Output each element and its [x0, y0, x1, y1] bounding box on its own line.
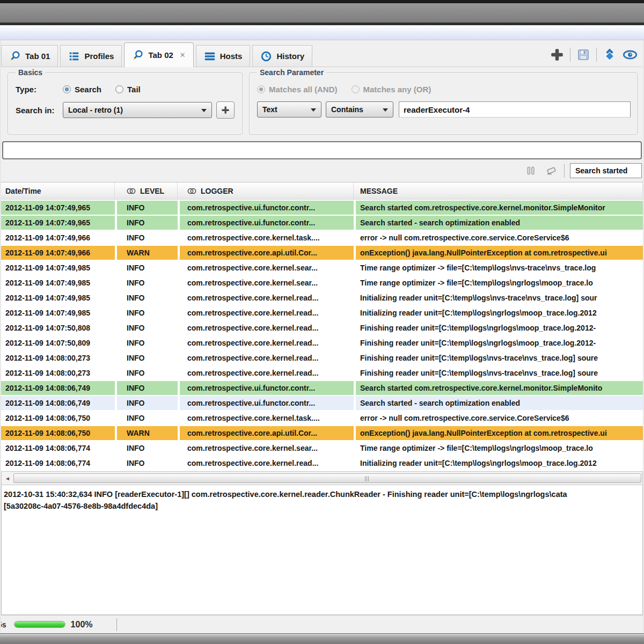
scroll-left-arrow[interactable]: ◄ [3, 473, 12, 483]
cell-logger: com.retrospective.core.kernel.sear... [180, 261, 354, 275]
cell-message: onException() java.lang.NullPointerExcep… [356, 246, 643, 260]
column-header-datetime[interactable]: Date/Time [1, 182, 115, 199]
table-row[interactable]: 2012-11-09 14:08:06,774 INFO com.retrosp… [1, 441, 643, 455]
tab-01[interactable]: Tab 01 [1, 45, 58, 67]
table-row[interactable]: 2012-11-09 14:08:06,750 INFO com.retrosp… [1, 411, 643, 425]
cell-level: INFO [117, 351, 178, 365]
cell-message: Search started com.retrospective.core.ke… [356, 201, 643, 215]
column-header-message[interactable]: MESSAGE [356, 182, 643, 199]
tab-bar: Tab 01 Profiles Tab 02 ✕ [1, 40, 643, 67]
add-tab-button[interactable] [550, 47, 565, 62]
cell-datetime: 2012-11-09 14:08:06,774 [1, 456, 115, 470]
quick-filter-input[interactable] [2, 141, 642, 159]
cell-level: INFO [117, 291, 178, 305]
table-row[interactable]: 2012-11-09 14:08:00,273 INFO com.retrosp… [1, 366, 643, 380]
radio-matches-all[interactable]: Matches all (AND) [257, 85, 338, 94]
table-row[interactable]: 2012-11-09 14:07:49,965 INFO com.retrosp… [1, 201, 643, 215]
table-row[interactable]: 2012-11-09 14:08:00,273 INFO com.retrosp… [1, 351, 643, 365]
search-status-combobox[interactable]: Search started [570, 163, 642, 178]
basics-group-title: Basics [16, 68, 45, 77]
table-row[interactable]: 2012-11-09 14:08:06,750 WARN com.retrosp… [1, 426, 643, 440]
log-detail-panel[interactable]: 2012-10-31 15:40:32,634 INFO [readerExec… [1, 485, 643, 615]
radio-matches-any-dot[interactable] [352, 85, 360, 93]
table-row[interactable]: 2012-11-09 14:07:49,985 INFO com.retrosp… [1, 306, 643, 320]
field-type-value: Text [262, 105, 277, 114]
search-status-value: Search started [575, 166, 627, 175]
scrollbar-thumb[interactable] [13, 473, 641, 483]
profiles-list-icon [68, 50, 80, 62]
tab-02-active[interactable]: Tab 02 ✕ [124, 42, 193, 67]
tab-hosts[interactable]: Hosts [196, 45, 251, 67]
table-row[interactable]: 2012-11-09 14:07:49,985 INFO com.retrosp… [1, 291, 643, 305]
progress-label: 100% [71, 620, 93, 630]
chevron-down-icon [311, 108, 316, 112]
cell-datetime: 2012-11-09 14:07:49,966 [1, 231, 115, 245]
tab-label: Profiles [84, 52, 114, 61]
cell-logger: com.retrospective.core.kernel.task.... [180, 411, 354, 425]
cell-level: WARN [117, 426, 178, 440]
save-button[interactable] [576, 47, 591, 62]
table-row[interactable]: 2012-11-09 14:07:50,808 INFO com.retrosp… [1, 321, 643, 335]
table-row[interactable]: 2012-11-09 14:07:49,965 INFO com.retrosp… [1, 216, 643, 230]
field-type-combobox[interactable]: Text [257, 101, 321, 118]
results-toolbar: Search started [1, 162, 643, 182]
cell-logger: com.retrospective.core.kernel.read... [180, 456, 354, 470]
layers-button[interactable] [602, 47, 617, 62]
radio-matches-any[interactable]: Matches any (OR) [352, 85, 431, 94]
search-query-input[interactable] [399, 101, 631, 118]
table-row[interactable]: 2012-11-09 14:08:06,774 INFO com.retrosp… [1, 456, 643, 470]
plus-icon [221, 105, 230, 115]
view-button[interactable] [623, 47, 638, 62]
column-header-logger[interactable]: LOGGER [180, 182, 354, 199]
horizontal-scrollbar[interactable]: ◄ [1, 471, 643, 485]
cell-logger: com.retrospective.core.kernel.read... [180, 306, 354, 320]
eraser-icon [545, 165, 557, 177]
cell-datetime: 2012-11-09 14:07:50,808 [1, 321, 115, 335]
table-row[interactable]: 2012-11-09 14:07:49,985 INFO com.retrosp… [1, 276, 643, 290]
search-in-value: Local - retro (1) [68, 106, 123, 114]
column-header-level[interactable]: LEVEL [117, 182, 178, 199]
cell-datetime: 2012-11-09 14:08:06,749 [1, 396, 115, 410]
clear-button[interactable] [544, 163, 559, 178]
cell-message: Time range optimizer -> file=[C:\temp\lo… [356, 276, 643, 290]
radio-search-dot[interactable] [63, 85, 71, 93]
cell-level: INFO [117, 336, 178, 350]
table-body: 2012-11-09 14:07:49,965 INFO com.retrosp… [1, 200, 643, 471]
cell-level: INFO [117, 261, 178, 275]
tab-profiles[interactable]: Profiles [60, 45, 122, 67]
table-row[interactable]: 2012-11-09 14:08:06,749 INFO com.retrosp… [1, 381, 643, 395]
application-window: Tab 01 Profiles Tab 02 ✕ [0, 0, 644, 644]
results-table: Date/Time LEVEL LOGGER [1, 182, 643, 471]
operator-combobox[interactable]: Contains [326, 101, 393, 118]
table-row[interactable]: 2012-11-09 14:07:49,966 INFO com.retrosp… [1, 231, 643, 245]
tab-close-icon[interactable]: ✕ [180, 51, 186, 59]
cell-datetime: 2012-11-09 14:07:49,965 [1, 216, 115, 230]
cell-datetime: 2012-11-09 14:07:49,985 [1, 276, 115, 290]
cell-datetime: 2012-11-09 14:08:06,750 [1, 426, 115, 440]
search-parameter-group: Search Parameter Matches all (AND) Match… [249, 72, 638, 135]
chevron-down-icon [201, 109, 207, 112]
table-row[interactable]: 2012-11-09 14:07:49,966 WARN com.retrosp… [1, 246, 643, 260]
radio-tail-label: Tail [127, 85, 141, 94]
status-bar: 5s 100% [1, 615, 643, 633]
add-source-button[interactable] [216, 101, 235, 119]
elapsed-time: 5s [1, 620, 6, 629]
tab-history[interactable]: History [252, 45, 312, 67]
table-row[interactable]: 2012-11-09 14:07:49,985 INFO com.retrosp… [1, 261, 643, 275]
window-titlebar[interactable] [0, 3, 644, 23]
column-label: LOGGER [201, 187, 233, 195]
table-row[interactable]: 2012-11-09 14:08:06,749 INFO com.retrosp… [1, 396, 643, 410]
radio-tail-dot[interactable] [115, 85, 123, 93]
cell-datetime: 2012-11-09 14:07:49,965 [1, 201, 115, 215]
cell-level: INFO [117, 456, 178, 470]
pause-button[interactable] [523, 163, 538, 178]
radio-tail[interactable]: Tail [115, 85, 141, 94]
hosts-menu-icon [204, 50, 216, 62]
radio-search[interactable]: Search [63, 85, 101, 94]
search-in-label: Search in: [16, 106, 63, 115]
cell-message: Time range optimizer -> file=[C:\temp\lo… [356, 261, 643, 275]
radio-matches-all-dot[interactable] [257, 85, 265, 93]
search-in-combobox[interactable]: Local - retro (1) [63, 102, 212, 118]
cell-logger: com.retrospective.ui.functor.contr... [180, 396, 354, 410]
table-row[interactable]: 2012-11-09 14:07:50,809 INFO com.retrosp… [1, 336, 643, 350]
